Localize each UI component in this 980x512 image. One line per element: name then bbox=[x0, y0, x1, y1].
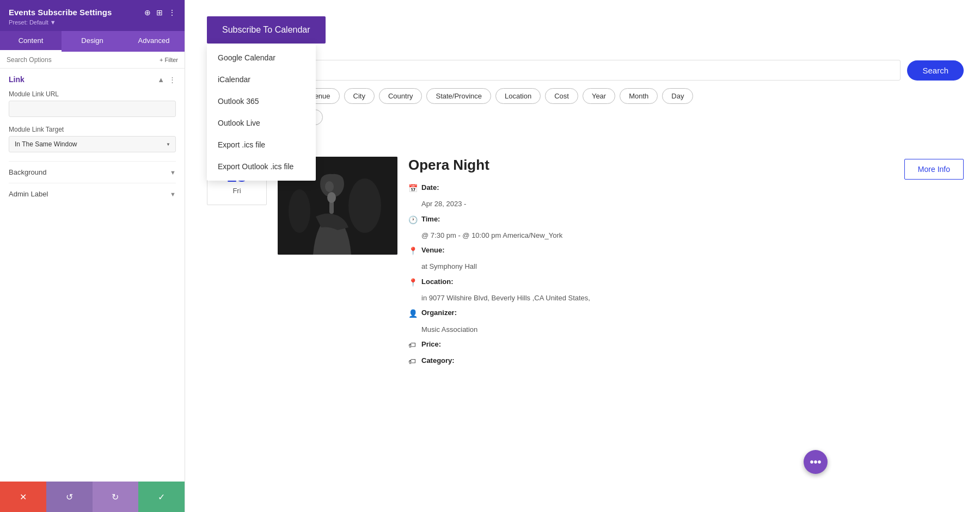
admin-label-section: Admin Label ▼ bbox=[9, 183, 176, 205]
filter-tags-row2: Date Range Future/Past bbox=[207, 109, 964, 125]
price-icon: 🏷 bbox=[408, 338, 418, 352]
event-title: Opera Night bbox=[408, 157, 489, 174]
filter-tag-day[interactable]: Day bbox=[662, 88, 693, 104]
module-link-target-select[interactable]: In The Same Window bbox=[9, 136, 176, 152]
svg-point-6 bbox=[325, 181, 334, 192]
filter-button[interactable]: + Filter bbox=[160, 57, 178, 63]
meta-category-label: Category: bbox=[421, 354, 455, 367]
event-date-day: Fri bbox=[207, 187, 266, 195]
search-bar: + Filter bbox=[0, 52, 185, 69]
background-section: Background ▼ bbox=[9, 161, 176, 183]
panel-header: Events Subscribe Settings ⊕ ⊞ ⋮ Preset: … bbox=[0, 0, 185, 31]
floating-action-dot[interactable]: ••• bbox=[804, 450, 828, 474]
more-icon[interactable]: ⋮ bbox=[168, 8, 176, 17]
organizer-icon: 👤 bbox=[408, 307, 418, 320]
bottom-bar: ✕ ↺ ↻ ✓ bbox=[0, 482, 185, 512]
layout-icon[interactable]: ⊞ bbox=[156, 8, 163, 17]
dropdown-item-icalendar[interactable]: iCalendar bbox=[207, 69, 316, 90]
panel-body: Link ▲ ⋮ Module Link URL Module Link Tar… bbox=[0, 69, 185, 482]
module-link-target-wrapper: In The Same Window bbox=[9, 136, 176, 152]
filter-tag-state-province[interactable]: State/Province bbox=[426, 88, 491, 104]
panel-header-icons: ⊕ ⊞ ⋮ bbox=[144, 8, 176, 17]
panel-tabs: Content Design Advanced bbox=[0, 31, 185, 52]
background-chevron-icon: ▼ bbox=[170, 169, 176, 176]
event-search-row: Search bbox=[207, 60, 964, 81]
module-link-url-input[interactable] bbox=[9, 101, 176, 117]
subscribe-dropdown-menu: Google Calendar iCalendar Outlook 365 Ou… bbox=[207, 44, 316, 181]
save-button[interactable]: ✓ bbox=[138, 482, 185, 512]
admin-label-section-title: Admin Label bbox=[9, 190, 48, 198]
filter-tags-row1: Tag Organizer ▾ Venue City Country State… bbox=[207, 88, 964, 104]
venue-icon: 📍 bbox=[408, 244, 418, 258]
svg-point-5 bbox=[327, 192, 336, 203]
admin-label-section-header[interactable]: Admin Label ▼ bbox=[9, 190, 176, 198]
section-header-icons: ▲ ⋮ bbox=[157, 76, 176, 84]
filter-tag-city[interactable]: City bbox=[344, 88, 375, 104]
filter-tag-cost[interactable]: Cost bbox=[545, 88, 578, 104]
options-icon[interactable]: ⋮ bbox=[169, 76, 176, 84]
search-options-input[interactable] bbox=[7, 56, 155, 64]
meta-organizer-row: 👤 Organizer: bbox=[408, 306, 964, 320]
meta-price-label: Price: bbox=[421, 338, 441, 350]
subscribe-dropdown-wrapper: Subscribe To Calendar Google Calendar iC… bbox=[207, 16, 326, 44]
panel-title: Events Subscribe Settings bbox=[9, 8, 112, 17]
clock-icon: 🕐 bbox=[408, 213, 418, 227]
dropdown-item-google-calendar[interactable]: Google Calendar bbox=[207, 47, 316, 69]
meta-time-label: Time: bbox=[421, 213, 440, 225]
subscribe-to-calendar-button[interactable]: Subscribe To Calendar bbox=[207, 16, 326, 44]
admin-label-chevron-icon: ▼ bbox=[170, 191, 176, 198]
filter-tag-location[interactable]: Location bbox=[495, 88, 541, 104]
link-section-title: Link bbox=[9, 75, 24, 84]
meta-location-value: in 9077 Wilshire Blvd, Beverly Hills ,CA… bbox=[421, 292, 964, 304]
settings-icon[interactable]: ⊕ bbox=[144, 8, 151, 17]
panel-preset[interactable]: Preset: Default ▼ bbox=[9, 19, 176, 26]
meta-organizer-label: Organizer: bbox=[421, 306, 457, 319]
month-label-wrapper: April 2023 bbox=[207, 140, 964, 149]
filter-tag-month[interactable]: Month bbox=[620, 88, 658, 104]
undo-button[interactable]: ↺ bbox=[46, 482, 93, 512]
meta-organizer-value: Music Association bbox=[421, 323, 964, 336]
calendar-icon: 📅 bbox=[408, 182, 418, 195]
tab-design[interactable]: Design bbox=[62, 31, 123, 52]
meta-venue-label: Venue: bbox=[421, 244, 445, 256]
cancel-button[interactable]: ✕ bbox=[0, 482, 46, 512]
meta-date-label: Date: bbox=[421, 181, 439, 194]
link-section-header: Link ▲ ⋮ bbox=[9, 75, 176, 84]
svg-point-2 bbox=[289, 189, 310, 233]
search-submit-button[interactable]: Search bbox=[907, 60, 964, 81]
left-panel: Events Subscribe Settings ⊕ ⊞ ⋮ Preset: … bbox=[0, 0, 185, 512]
meta-venue-value: at Symphony Hall bbox=[421, 260, 964, 273]
dropdown-item-outlook-365[interactable]: Outlook 365 bbox=[207, 90, 316, 112]
meta-date-row: 📅 Date: bbox=[408, 181, 964, 195]
meta-price-row: 🏷 Price: bbox=[408, 338, 964, 352]
dropdown-item-outlook-live[interactable]: Outlook Live bbox=[207, 112, 316, 134]
more-info-button[interactable]: More Info bbox=[904, 159, 964, 180]
redo-button[interactable]: ↻ bbox=[93, 482, 139, 512]
tab-advanced[interactable]: Advanced bbox=[123, 31, 185, 52]
filter-tag-country[interactable]: Country bbox=[379, 88, 422, 104]
meta-location-label: Location: bbox=[421, 275, 454, 288]
category-icon: 🏷 bbox=[408, 355, 418, 368]
filter-tag-year[interactable]: Year bbox=[583, 88, 615, 104]
meta-date-value: Apr 28, 2023 - bbox=[421, 198, 964, 210]
module-link-url-group: Module Link URL bbox=[9, 90, 176, 117]
collapse-icon[interactable]: ▲ bbox=[157, 76, 164, 84]
module-link-target-label: Module Link Target bbox=[9, 126, 176, 133]
svg-point-1 bbox=[348, 178, 381, 233]
meta-time-value: @ 7:30 pm - @ 10:00 pm America/New_York bbox=[421, 229, 964, 242]
background-section-title: Background bbox=[9, 168, 46, 176]
module-link-target-group: Module Link Target In The Same Window bbox=[9, 126, 176, 152]
dropdown-item-export-ics[interactable]: Export .ics file bbox=[207, 134, 316, 156]
background-section-header[interactable]: Background ▼ bbox=[9, 168, 176, 176]
tab-content[interactable]: Content bbox=[0, 31, 62, 52]
event-details: Opera Night More Info 📅 Date: Apr 28, 20… bbox=[408, 157, 964, 371]
event-meta: 📅 Date: Apr 28, 2023 - 🕐 Time: @ 7:30 pm… bbox=[408, 181, 964, 368]
main-area: Subscribe To Calendar Google Calendar iC… bbox=[185, 0, 980, 512]
dropdown-item-export-outlook-ics[interactable]: Export Outlook .ics file bbox=[207, 156, 316, 177]
month-label: April 2023 bbox=[207, 140, 964, 149]
location-icon: 📍 bbox=[408, 276, 418, 289]
module-link-url-label: Module Link URL bbox=[9, 90, 176, 98]
meta-time-row: 🕐 Time: bbox=[408, 213, 964, 227]
meta-location-row: 📍 Location: bbox=[408, 275, 964, 289]
event-card: 28 Fri bbox=[207, 157, 964, 371]
